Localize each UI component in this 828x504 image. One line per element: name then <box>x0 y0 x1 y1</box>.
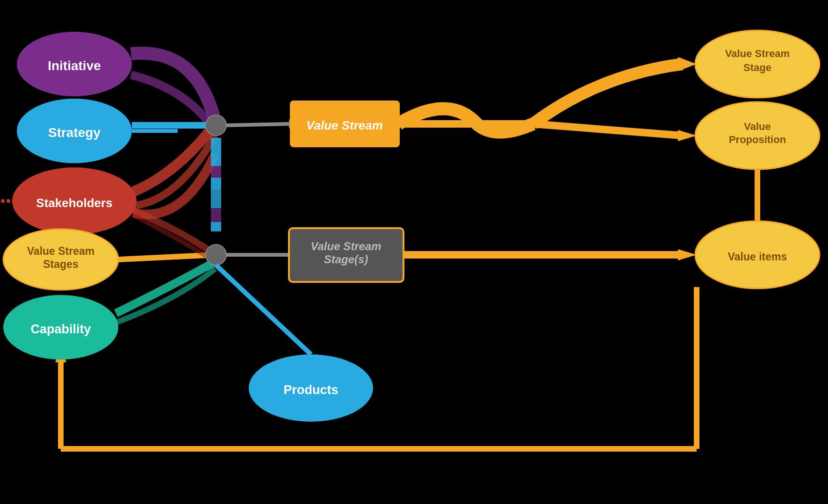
svg-rect-5 <box>211 138 221 166</box>
svg-point-3 <box>1 199 5 203</box>
initiative-label: Initiative <box>48 58 101 73</box>
value-stream-stages-label2: Stages <box>43 258 78 270</box>
svg-point-14 <box>206 245 226 265</box>
svg-rect-9 <box>211 208 221 222</box>
value-items-label: Value items <box>728 251 787 263</box>
svg-rect-8 <box>211 189 221 208</box>
value-proposition-label: Value <box>744 121 770 132</box>
value-stream-box-label: Value Stream <box>306 118 383 132</box>
strategy-label: Strategy <box>48 125 101 140</box>
svg-rect-6 <box>211 166 221 178</box>
value-stream-stage-label: Value Stream <box>725 48 790 59</box>
stakeholders-label: Stakeholders <box>36 196 112 210</box>
svg-line-12 <box>226 124 289 125</box>
svg-rect-7 <box>211 178 221 189</box>
value-stream-stage-label2: Stage <box>743 62 771 73</box>
products-label: Products <box>283 383 338 397</box>
value-stream-stages-label: Value Stream <box>27 245 94 257</box>
svg-point-11 <box>206 115 226 136</box>
svg-rect-10 <box>211 222 221 231</box>
value-stream-stage-box-label: Value Stream <box>310 240 381 252</box>
svg-point-2 <box>7 199 10 203</box>
value-proposition-label2: Proposition <box>729 134 786 145</box>
capability-label: Capability <box>30 322 91 336</box>
value-stream-stage-box-label2: Stage(s) <box>324 253 368 266</box>
